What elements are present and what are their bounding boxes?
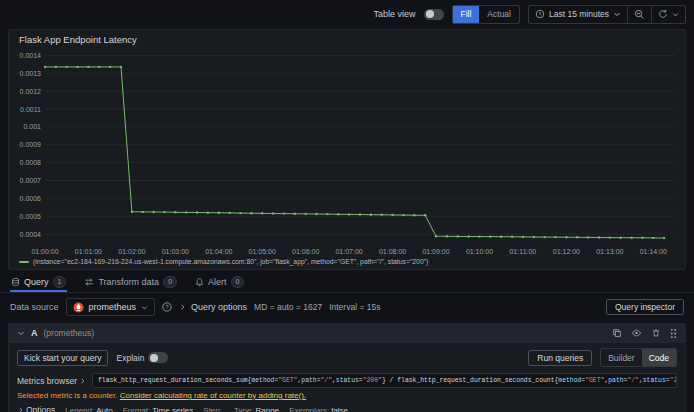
tab-label: Query <box>24 277 49 287</box>
svg-text:0.0007: 0.0007 <box>20 177 42 184</box>
clock-icon <box>535 9 545 19</box>
code-toggle-button[interactable]: Code <box>642 349 676 366</box>
interval-summary: Interval = 15s <box>329 302 380 312</box>
legend-series-label[interactable]: (instance="ec2-184-169-216-224.us-west-1… <box>33 258 428 265</box>
builder-toggle-button[interactable]: Builder <box>601 349 641 366</box>
chart-legend: (instance="ec2-184-169-216-224.us-west-1… <box>9 258 685 269</box>
svg-text:01:10:00: 01:10:00 <box>466 248 493 255</box>
refresh-interval-caret-icon <box>672 11 679 18</box>
transform-icon <box>84 277 94 287</box>
svg-text:01:02:00: 01:02:00 <box>118 248 145 255</box>
tab-count-badge: 0 <box>231 276 245 288</box>
svg-text:0.0005: 0.0005 <box>20 213 42 220</box>
option-exemplars: Exemplars:false <box>289 406 348 412</box>
svg-text:0.0009: 0.0009 <box>20 141 42 148</box>
svg-text:01:11:00: 01:11:00 <box>510 248 537 255</box>
svg-text:01:08:00: 01:08:00 <box>379 248 406 255</box>
time-range-picker[interactable]: Last 15 minutes <box>529 6 627 23</box>
datasource-name: prometheus <box>89 302 137 312</box>
chevron-down-icon <box>613 10 621 18</box>
explain-label: Explain <box>116 353 144 363</box>
database-icon <box>11 277 20 287</box>
toggle-visibility-eye-icon[interactable] <box>631 328 642 338</box>
datasource-help-icon[interactable]: ? <box>162 302 172 312</box>
duplicate-query-icon[interactable] <box>612 328 622 338</box>
tab-label: Alert <box>208 277 227 287</box>
svg-text:01:07:00: 01:07:00 <box>335 248 362 255</box>
collapse-chevron-icon[interactable] <box>17 329 25 337</box>
drag-handle-icon[interactable] <box>670 328 677 339</box>
counter-warning-text: Selected metric is a counter. <box>17 391 118 400</box>
tab-alert[interactable]: Alert 0 <box>194 273 245 292</box>
metrics-browser-button[interactable]: Metrics browser <box>17 376 86 386</box>
query-datasource-name: (prometheus) <box>44 328 95 338</box>
tab-bar: Query 1 Transform data 0 Alert 0 <box>0 273 694 293</box>
options-label: Options <box>26 405 55 412</box>
svg-text:0.0011: 0.0011 <box>20 106 41 113</box>
prometheus-icon <box>73 302 84 313</box>
datasource-picker[interactable]: prometheus <box>66 298 156 316</box>
datasource-label: Data source <box>10 302 59 312</box>
refresh-icon <box>658 9 668 19</box>
svg-text:01:06:00: 01:06:00 <box>292 248 319 255</box>
tab-query[interactable]: Query 1 <box>10 273 67 292</box>
svg-text:01:13:00: 01:13:00 <box>596 248 623 255</box>
counter-warning-rate-link[interactable]: Consider calculating rate of counter by … <box>120 391 306 400</box>
query-options-label: Query options <box>191 302 247 312</box>
zoom-out-button[interactable] <box>627 6 651 23</box>
chevron-right-icon <box>179 303 186 311</box>
kick-start-query-button[interactable]: Kick start your query <box>17 350 108 366</box>
panel-editor-topbar: Table view Fill Actual Last 15 minutes <box>0 0 694 26</box>
svg-text:?: ? <box>166 304 169 310</box>
options-toggle[interactable]: Options <box>17 405 55 412</box>
svg-text:0.0013: 0.0013 <box>20 70 42 77</box>
run-queries-button[interactable]: Run queries <box>528 350 592 366</box>
svg-text:0.0004: 0.0004 <box>20 231 42 238</box>
option-legend: Legend:Auto <box>65 406 112 412</box>
metrics-browser-label: Metrics browser <box>17 376 77 386</box>
svg-text:0.0008: 0.0008 <box>20 159 42 166</box>
tab-transform-data[interactable]: Transform data 0 <box>83 273 178 292</box>
bell-icon <box>195 277 204 287</box>
counter-warning: Selected metric is a counter. Consider c… <box>9 391 685 402</box>
refresh-button[interactable] <box>651 6 685 23</box>
builder-code-group: Builder Code <box>600 348 677 367</box>
query-ref-id: A <box>31 328 38 338</box>
query-inspector-button[interactable]: Query inspector <box>606 299 684 315</box>
datasource-bar: Data source prometheus ? Query options M… <box>0 293 694 320</box>
tab-count-badge: 0 <box>163 276 177 288</box>
svg-text:01:12:00: 01:12:00 <box>553 248 580 255</box>
option-step: Step: <box>203 406 224 412</box>
svg-text:01:14:00: 01:14:00 <box>640 248 667 255</box>
panel-title: Flask App Endpoint Latency <box>9 30 685 46</box>
table-view-label: Table view <box>373 9 415 19</box>
fill-button[interactable]: Fill <box>453 6 480 23</box>
actual-button[interactable]: Actual <box>479 6 519 23</box>
table-view-toggle[interactable] <box>424 9 444 20</box>
query-editor-row: A (prometheus) Kick start your query Exp… <box>8 323 686 412</box>
svg-text:01:05:00: 01:05:00 <box>249 248 276 255</box>
chevron-right-icon <box>17 406 24 412</box>
svg-text:01:01:00: 01:01:00 <box>75 248 102 255</box>
svg-text:0.0012: 0.0012 <box>20 88 42 95</box>
query-toolbar: Kick start your query Explain Run querie… <box>9 343 685 371</box>
chevron-right-icon <box>79 377 86 385</box>
query-options-toggle[interactable]: Query options <box>179 302 247 312</box>
query-code-editor[interactable]: flask_http_request_duration_seconds_sum{… <box>92 373 677 388</box>
delete-query-trash-icon[interactable] <box>651 328 661 338</box>
time-range-label: Last 15 minutes <box>549 9 609 19</box>
query-options-row: Options Legend:Auto Format:Time series S… <box>9 402 685 412</box>
explain-toggle[interactable] <box>148 352 168 363</box>
time-controls: Last 15 minutes <box>528 5 686 24</box>
fill-actual-group: Fill Actual <box>452 5 520 24</box>
svg-text:01:09:00: 01:09:00 <box>422 248 449 255</box>
latency-chart[interactable]: 0.00040.00050.00060.00070.00080.00090.00… <box>9 46 685 258</box>
svg-text:0.001: 0.001 <box>23 123 41 130</box>
tab-count-badge: 1 <box>53 276 67 288</box>
svg-text:0.0006: 0.0006 <box>20 195 42 202</box>
legend-series-swatch <box>19 261 29 263</box>
zoom-out-icon <box>634 9 645 20</box>
latency-panel: Flask App Endpoint Latency 0.00040.00050… <box>8 29 686 270</box>
query-row-header[interactable]: A (prometheus) <box>9 324 685 343</box>
explain-control: Explain <box>116 352 168 363</box>
